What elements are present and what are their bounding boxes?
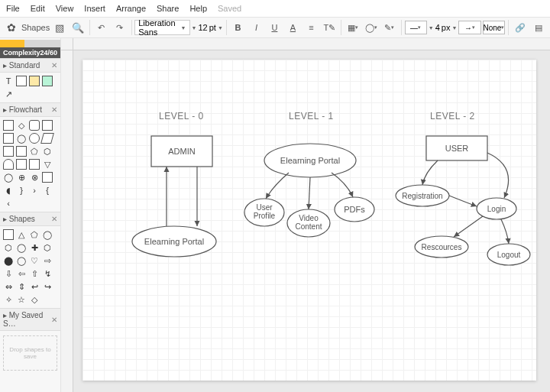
flowchart-shape[interactable]: ◯ [16,133,27,144]
link-icon[interactable]: 🔗 [512,19,529,36]
basic-shape[interactable]: △ [16,229,27,240]
settings-icon[interactable]: ✿ [3,19,20,36]
shadow-button[interactable]: ✎▾ [381,19,398,36]
basic-shape[interactable]: ⇦ [16,268,27,279]
arrow-start-select[interactable]: → ▾ [458,21,480,34]
bold-button[interactable]: B [229,19,246,36]
basic-shape[interactable]: ♡ [29,255,40,266]
basic-shape[interactable]: ◇ [29,294,40,305]
flowchart-shape[interactable] [42,120,53,131]
line-style-select[interactable]: — ▾ [405,21,427,34]
basic-shape[interactable]: ✚ [29,242,40,253]
basic-shape[interactable]: ⇕ [16,281,27,292]
basic-shape[interactable]: ⇨ [42,255,53,266]
stroke-width-stepper[interactable]: ▼ 4 px ▼ [429,23,458,32]
basic-shape[interactable]: ⬠ [29,229,40,240]
arrow-tool-icon[interactable]: ↗ [3,89,14,99]
flowchart-shape[interactable] [16,159,27,170]
flowchart-shape[interactable] [3,133,14,144]
shapes-button[interactable]: Shapes [21,19,50,36]
svg-text:Video: Video [299,214,319,222]
flowchart-shape[interactable]: ⬠ [29,146,40,157]
text-tool-icon[interactable]: T [3,76,14,86]
flowchart-shape[interactable]: } [16,185,27,196]
flowchart-shape[interactable] [42,172,53,183]
basic-shape[interactable]: ◯ [42,229,53,240]
saved-dropzone[interactable]: Drop shapes to save [3,335,57,371]
menu-share[interactable]: Share [157,4,179,13]
layers-icon[interactable]: ▤ [530,19,547,36]
close-icon[interactable]: ✕ [51,61,57,70]
flowchart-shape[interactable]: ‹ [3,198,14,209]
canvas-area[interactable]: LEVEL - 0 LEVEL - 1 LEVEL - 2 ADMIN Elea… [61,38,550,392]
close-icon[interactable]: ✕ [51,215,57,223]
basic-shape[interactable]: ↪ [42,281,53,292]
arrow-end-select[interactable]: None ▾ [483,21,506,34]
flowchart-shape[interactable] [3,120,14,131]
undo-icon[interactable]: ↶ [93,19,110,36]
flowchart-shape[interactable] [16,146,27,157]
flowchart-shape[interactable] [29,159,40,170]
basic-shape[interactable]: ⇩ [3,268,14,279]
basic-shape[interactable]: ↯ [42,268,53,279]
flowchart-shape[interactable]: › [29,185,40,196]
basic-shape[interactable]: ⬤ [3,255,14,266]
basic-shape[interactable]: ↩ [29,281,40,292]
menu-file[interactable]: File [6,4,20,13]
basic-shape[interactable]: ⇔ [3,281,14,292]
stroke-color-button[interactable]: ◯▾ [363,19,380,36]
basic-shape[interactable] [3,229,14,240]
note-shape[interactable] [29,76,40,86]
svg-text:User: User [256,203,273,212]
basic-shape[interactable]: ☆ [16,294,27,305]
font-select[interactable]: Liberation Sans▼ [134,20,189,35]
flowchart-shape[interactable] [29,133,40,144]
drawing-page[interactable]: LEVEL - 0 LEVEL - 1 LEVEL - 2 ADMIN Elea… [82,60,536,381]
flowchart-shape[interactable]: ◯ [3,172,14,183]
basic-shape[interactable]: ✧ [3,294,14,305]
menu-help[interactable]: Help [189,4,207,13]
image-button[interactable]: ▧ [51,19,68,36]
flowchart-shape[interactable]: { [42,185,53,196]
text-format-button[interactable]: T✎ [321,19,338,36]
menu-edit[interactable]: Edit [31,4,45,13]
rect-shape[interactable] [16,76,27,86]
sticky-shape[interactable] [42,76,53,86]
search-icon[interactable]: 🔍 [70,19,86,36]
arrow-end-value: None [484,24,502,32]
redo-icon[interactable]: ↷ [112,19,128,36]
diagram-svg: LEVEL - 0 LEVEL - 1 LEVEL - 2 ADMIN Elea… [82,60,536,381]
flowchart-shape[interactable] [3,146,14,157]
menu-view[interactable]: View [56,4,74,13]
close-icon[interactable]: ✕ [51,316,57,324]
font-size-stepper[interactable]: ▼ 12 pt ▼ [192,23,223,32]
basic-shape[interactable]: ⬡ [3,242,14,253]
close-icon[interactable]: ✕ [51,105,57,114]
basic-shape[interactable]: ⇧ [29,268,40,279]
edge [422,160,438,185]
panel-saved[interactable]: ▸ My Saved S…✕ [0,308,60,331]
flowchart-shape[interactable] [29,120,40,131]
flowchart-shape[interactable]: ◇ [16,120,27,131]
flowchart-shape[interactable]: ⊗ [29,172,40,183]
basic-shape[interactable]: ⬡ [42,242,53,253]
align-button[interactable]: ≡ [302,19,319,36]
fill-button[interactable]: ▦▾ [345,19,361,36]
underline-button[interactable]: U [266,19,283,36]
menu-insert[interactable]: Insert [84,4,105,13]
flowchart-shape[interactable]: ◖ [3,185,14,196]
panel-flowchart[interactable]: ▸ Flowchart✕ [0,102,60,117]
panel-shapes[interactable]: ▸ Shapes✕ [0,212,60,226]
basic-shape[interactable]: ◯ [16,242,27,253]
flowchart-shape[interactable]: ⬡ [42,146,53,157]
italic-button[interactable]: I [247,19,264,36]
flowchart-shape[interactable]: ⊕ [16,172,27,183]
panel-standard[interactable]: ▸ Standard✕ [0,58,60,73]
basic-shape[interactable]: ◯ [16,255,27,266]
flowchart-shape[interactable] [3,159,14,170]
flowchart-shape[interactable] [40,133,54,144]
text-color-button[interactable]: A [284,19,301,36]
svg-text:Login: Login [487,205,506,213]
flowchart-shape[interactable]: ▽ [42,159,53,170]
menu-arrange[interactable]: Arrange [116,4,146,13]
